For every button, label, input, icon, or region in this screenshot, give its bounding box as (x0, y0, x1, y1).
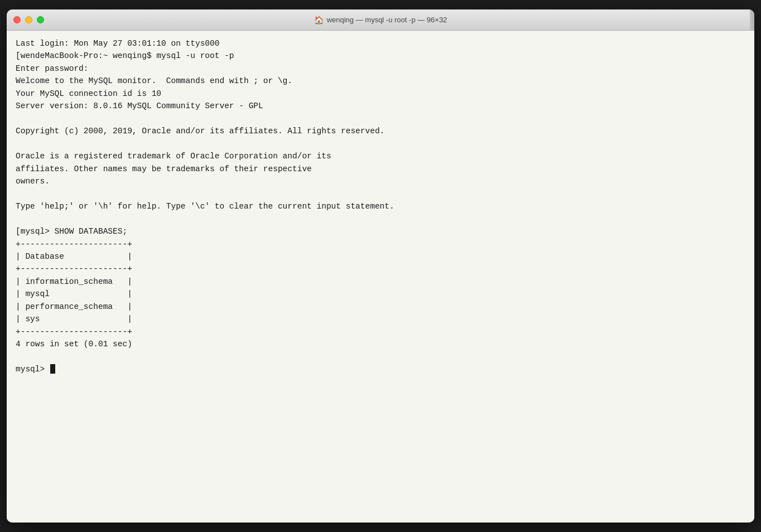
maximize-button[interactable] (37, 16, 44, 23)
cursor (50, 364, 55, 374)
terminal-window: 🏠 wenqing — mysql -u root -p — 96×32 Las… (7, 9, 754, 523)
window-title: 🏠 wenqing — mysql -u root -p — 96×32 (314, 16, 447, 25)
close-button[interactable] (13, 16, 21, 23)
traffic-lights (13, 16, 44, 23)
minimize-button[interactable] (25, 16, 32, 23)
title-icon: 🏠 (314, 16, 324, 25)
resize-handle[interactable] (750, 9, 754, 30)
titlebar: 🏠 wenqing — mysql -u root -p — 96×32 (7, 9, 754, 31)
title-text: wenqing — mysql -u root -p — 96×32 (327, 16, 447, 24)
terminal-body[interactable]: Last login: Mon May 27 03:01:10 on ttys0… (7, 31, 754, 523)
